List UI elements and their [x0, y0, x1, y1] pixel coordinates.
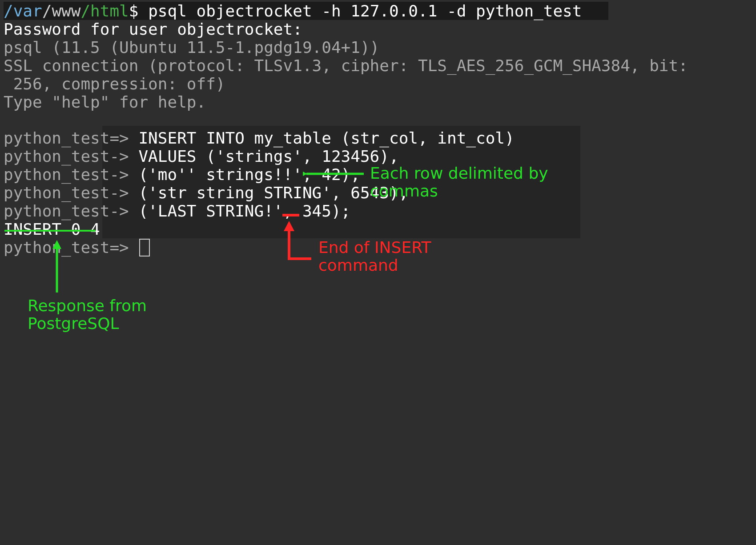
path-segment-www: /www [42, 2, 81, 20]
sql-text: ('LAST STRING!', 345); [129, 202, 351, 220]
psql-prompt: python_test-> [4, 147, 129, 165]
sql-text: ('mo'' strings!!', 42), [129, 165, 360, 184]
annotation-end: End of INSERT command [318, 239, 431, 274]
cursor-icon [139, 239, 150, 256]
path-segment-var: /var [4, 2, 42, 20]
sql-text: INSERT INTO my_table (str_col, int_col) [129, 129, 515, 147]
annotation-commas: Each row delimited by commas [370, 164, 548, 200]
annotation-text: command [318, 256, 398, 274]
annotation-text: Response from [28, 297, 147, 315]
shell-command-line: /var/www/html$ psql objectrocket -h 127.… [4, 2, 752, 20]
psql-prompt: python_test-> [4, 184, 129, 202]
ssl-line-2: 256, compression: off) [4, 75, 752, 93]
annotation-text: End of INSERT [318, 238, 431, 256]
sql-line-1: python_test=> INSERT INTO my_table (str_… [4, 129, 752, 147]
annotation-text: PostgreSQL [28, 314, 119, 333]
ssl-line-1: SSL connection (protocol: TLSv1.3, ciphe… [4, 56, 752, 75]
password-prompt: Password for user objectrocket: [4, 20, 752, 38]
annotation-text: Each row delimited by [370, 164, 548, 182]
psql-version: psql (11.5 (Ubuntu 11.5-1.pgdg19.04+1)) [4, 38, 752, 56]
prompt-marker: $ [129, 2, 139, 20]
path-segment-html: /html [80, 2, 129, 20]
sql-text: VALUES ('strings', 123456), [129, 147, 399, 165]
sql-line-5: python_test-> ('LAST STRING!', 345); [4, 202, 752, 220]
psql-prompt: python_test=> [4, 129, 129, 147]
green-underline [4, 230, 96, 232]
red-underline [282, 214, 299, 216]
annotation-text: commas [370, 182, 438, 200]
sql-line-2: python_test-> VALUES ('strings', 123456)… [4, 147, 752, 165]
sql-text: ('str string STRING', 6543), [129, 184, 409, 202]
annotation-response: Response from PostgreSQL [28, 297, 147, 332]
terminal-window[interactable]: /var/www/html$ psql objectrocket -h 127.… [0, 0, 756, 545]
psql-prompt: python_test-> [4, 202, 129, 220]
shell-command: psql objectrocket -h 127.0.0.1 -d python… [138, 2, 582, 20]
insert-response: INSERT 0 4 [4, 220, 752, 238]
psql-prompt: python_test=> [4, 238, 138, 256]
psql-prompt: python_test-> [4, 165, 129, 184]
help-hint: Type "help" for help. [4, 93, 752, 111]
